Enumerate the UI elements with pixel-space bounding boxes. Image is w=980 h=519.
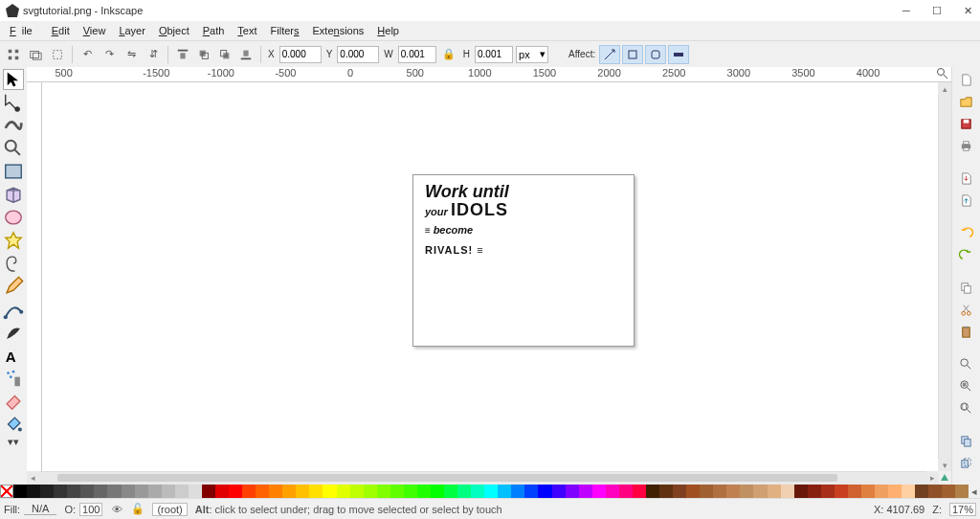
chevron-down-icon[interactable]: ▾▾ <box>3 437 24 446</box>
lower-bottom-button[interactable] <box>236 45 256 64</box>
color-swatch[interactable] <box>350 485 364 498</box>
flip-h-button[interactable]: ⇋ <box>122 45 141 64</box>
vertical-scrollbar[interactable]: ▴▾ <box>938 82 951 471</box>
new-doc-button[interactable] <box>957 70 976 89</box>
color-swatch[interactable] <box>229 485 242 498</box>
color-swatch[interactable] <box>404 485 417 498</box>
zoom-sel-button[interactable] <box>957 354 976 373</box>
color-swatch[interactable] <box>579 485 592 498</box>
color-swatch[interactable] <box>40 485 54 498</box>
affect-scale-stroke-button[interactable] <box>622 45 643 64</box>
color-swatch[interactable] <box>942 485 955 498</box>
color-swatch[interactable] <box>566 485 579 498</box>
spiral-tool[interactable] <box>3 253 24 274</box>
color-mode-icon[interactable] <box>939 471 951 485</box>
color-swatch[interactable] <box>148 485 162 498</box>
color-swatch[interactable] <box>242 485 256 498</box>
rotate-cw-button[interactable]: ↷ <box>100 45 119 64</box>
menu-object[interactable]: Object <box>153 23 195 38</box>
horizontal-scrollbar[interactable]: ◂ ▸ <box>27 471 951 485</box>
color-swatch[interactable] <box>269 485 282 498</box>
lock-aspect-button[interactable]: 🔒 <box>439 45 458 64</box>
color-swatch[interactable] <box>726 485 740 498</box>
zoom-draw-button[interactable] <box>957 376 976 395</box>
color-swatch[interactable] <box>888 485 902 498</box>
color-swatch[interactable] <box>457 485 471 498</box>
no-fill-swatch[interactable] <box>0 485 13 498</box>
raise-button[interactable] <box>194 45 213 64</box>
menu-text[interactable]: Text <box>232 23 262 38</box>
bezier-tool[interactable] <box>3 299 24 320</box>
color-swatch[interactable] <box>282 485 296 498</box>
deselect-button[interactable] <box>48 45 67 64</box>
color-swatch[interactable] <box>471 485 484 498</box>
minimize-button[interactable]: ─ <box>900 4 913 17</box>
canvas[interactable]: Work until your IDOLS ≡ become RIVALS! ≡ <box>42 82 938 471</box>
text-tool[interactable]: A <box>3 345 24 366</box>
color-swatch[interactable] <box>498 485 511 498</box>
color-swatch[interactable] <box>94 485 107 498</box>
lower-button[interactable] <box>215 45 234 64</box>
clone-button[interactable] <box>957 453 976 472</box>
affect-scale-corners-button[interactable] <box>645 45 666 64</box>
color-swatch[interactable] <box>700 485 713 498</box>
y-input[interactable]: 0.000 <box>337 46 379 63</box>
color-swatch[interactable] <box>484 485 498 498</box>
menu-file[interactable]: File <box>4 23 44 38</box>
palette-scroll-icon[interactable]: ◂ <box>969 485 980 498</box>
menu-path[interactable]: Path <box>197 23 231 38</box>
color-swatch[interactable] <box>915 485 928 498</box>
color-swatch[interactable] <box>511 485 524 498</box>
print-button[interactable] <box>957 136 976 155</box>
color-swatch[interactable] <box>781 485 794 498</box>
color-swatch[interactable] <box>673 485 686 498</box>
color-swatch[interactable] <box>444 485 457 498</box>
color-swatch[interactable] <box>67 485 80 498</box>
color-swatch[interactable] <box>902 485 915 498</box>
zoom-tool[interactable] <box>3 138 24 159</box>
color-swatch[interactable] <box>175 485 189 498</box>
star-tool[interactable] <box>3 230 24 251</box>
color-swatch[interactable] <box>309 485 323 498</box>
color-swatch[interactable] <box>27 485 40 498</box>
fill-value[interactable]: N/A <box>24 503 56 515</box>
color-swatch[interactable] <box>848 485 861 498</box>
color-swatch[interactable] <box>431 485 444 498</box>
maximize-button[interactable]: ☐ <box>930 4 944 17</box>
unit-select[interactable]: px▾ <box>516 46 548 63</box>
raise-top-button[interactable] <box>173 45 192 64</box>
close-button[interactable]: ✕ <box>961 4 974 17</box>
color-swatch[interactable] <box>296 485 309 498</box>
color-swatch[interactable] <box>377 485 390 498</box>
affect-gradient-button[interactable] <box>668 45 689 64</box>
color-swatch[interactable] <box>215 485 229 498</box>
menu-view[interactable]: View <box>78 23 112 38</box>
color-swatch[interactable] <box>861 485 875 498</box>
color-swatch[interactable] <box>646 485 659 498</box>
color-swatch[interactable] <box>821 485 835 498</box>
color-swatch[interactable] <box>524 485 538 498</box>
spray-tool[interactable] <box>3 368 24 389</box>
menu-layer[interactable]: Layer <box>113 23 151 38</box>
duplicate-button[interactable] <box>957 431 976 450</box>
select-layers-button[interactable] <box>26 45 45 64</box>
tweak-tool[interactable] <box>3 115 24 136</box>
color-swatch[interactable] <box>740 485 753 498</box>
rotate-ccw-button[interactable]: ↶ <box>78 45 97 64</box>
3dbox-tool[interactable] <box>3 184 24 205</box>
open-button[interactable] <box>957 92 976 111</box>
node-tool[interactable] <box>3 92 24 113</box>
color-swatch[interactable] <box>122 485 135 498</box>
color-swatch[interactable] <box>753 485 767 498</box>
affect-move-button[interactable] <box>599 45 620 64</box>
opacity-input[interactable]: 100 <box>79 503 102 516</box>
color-swatch[interactable] <box>323 485 336 498</box>
x-input[interactable]: 0.000 <box>279 46 322 63</box>
color-swatch[interactable] <box>135 485 148 498</box>
pencil-tool[interactable] <box>3 276 24 297</box>
h-input[interactable]: 0.001 <box>475 46 513 63</box>
import-button[interactable] <box>957 169 976 188</box>
color-swatch[interactable] <box>256 485 269 498</box>
color-swatch[interactable] <box>835 485 848 498</box>
menu-extensions[interactable]: Extensions <box>307 23 370 38</box>
